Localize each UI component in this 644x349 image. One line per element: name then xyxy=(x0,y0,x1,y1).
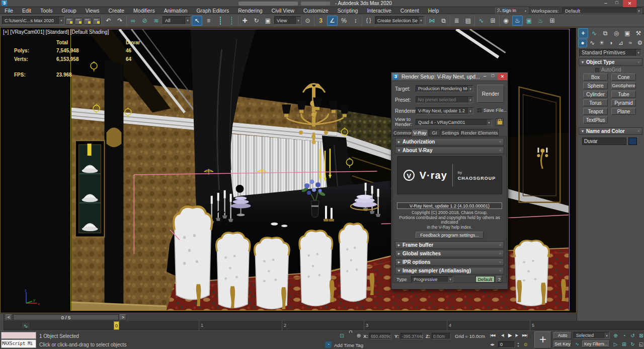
tab-common[interactable]: Common xyxy=(393,129,411,136)
dialog-minimize-button[interactable]: – xyxy=(481,73,489,80)
selection-filter-dropdown[interactable]: All ▾ xyxy=(163,16,191,25)
selection-region-icon[interactable] xyxy=(215,16,225,26)
save-scene-icon[interactable] xyxy=(84,18,92,25)
set-key-button[interactable]: Set Key xyxy=(553,340,572,347)
category-shapes-icon[interactable]: ∿ xyxy=(588,39,597,47)
redo-icon[interactable]: ↷ xyxy=(115,16,125,26)
select-rotate-icon[interactable]: ↻ xyxy=(251,16,262,26)
z-coordinate-field[interactable]: 0.0cm xyxy=(432,333,451,339)
viewport-menu-general[interactable]: [+] xyxy=(3,29,9,35)
menu-create[interactable]: Create xyxy=(104,7,129,14)
next-frame-icon[interactable]: |▶ xyxy=(515,333,518,337)
auto-key-button[interactable]: Auto Key xyxy=(553,332,572,339)
create-tube-button[interactable]: Tube xyxy=(611,91,636,98)
select-scale-icon[interactable]: ▣ xyxy=(263,16,273,26)
ipr-options-rollout[interactable]: ▸ IPR options ≡ xyxy=(395,258,504,266)
create-pyramid-button[interactable]: Pyramid xyxy=(611,99,636,106)
save-file-checkbox[interactable] xyxy=(477,108,481,112)
sampler-type-dropdown[interactable]: Progressive ▾ xyxy=(411,276,453,283)
about-vray-rollout[interactable]: ▾ About V-Ray ≡ xyxy=(395,147,504,154)
selection-lock-icon[interactable] xyxy=(348,332,355,339)
mirror-icon[interactable]: ⋈ xyxy=(427,16,437,26)
maxscript-mini-listener[interactable]: MAXScript Mi xyxy=(1,339,36,348)
maximize-viewport-icon[interactable]: ◱ xyxy=(637,341,644,348)
named-selection-sets-icon[interactable]: { } xyxy=(363,16,374,26)
image-sampler-rollout[interactable]: ▾ Image sampler (Antialiasing) ≡ xyxy=(395,267,504,274)
select-by-name-icon[interactable]: ≡ xyxy=(203,16,214,26)
time-slider-prev-button[interactable]: < xyxy=(6,314,12,320)
project-folder-dropdown[interactable]: C:\Users\C...s Max 2020 ▾ xyxy=(2,16,64,25)
target-dropdown[interactable]: Production Rendering Mode ▾ xyxy=(416,85,473,92)
close-button[interactable]: ✕ xyxy=(623,0,636,7)
viewport-lock-icon[interactable] xyxy=(496,118,504,126)
name-color-rollout[interactable]: ▾ Name and Color ≡ xyxy=(579,127,642,135)
maxscript-mini-listener-pink[interactable] xyxy=(1,332,36,339)
menu-rendering[interactable]: Rendering xyxy=(233,7,267,14)
menu-file[interactable]: File xyxy=(0,7,18,14)
frame-spinner[interactable]: ▲▼ xyxy=(516,341,520,348)
save-file-browse[interactable]: ... xyxy=(503,107,507,113)
select-object-icon[interactable]: ↖ xyxy=(192,16,202,26)
scene-chair[interactable] xyxy=(299,231,332,306)
scene-script-icon[interactable] xyxy=(93,18,101,25)
absolute-mode-icon[interactable]: ⊕ xyxy=(355,332,362,339)
timeline-playhead[interactable]: 0 xyxy=(114,321,119,330)
category-spacewarps-icon[interactable]: ≈ xyxy=(626,39,635,47)
create-teapot-button[interactable]: Teapot xyxy=(583,108,608,115)
view-to-render-dropdown[interactable]: Quad 4 - VRayCam001 ▾ xyxy=(416,119,492,126)
tab-render-elements[interactable]: Render Elements xyxy=(460,129,499,136)
menu-help[interactable]: Help xyxy=(424,7,444,14)
create-sphere-button[interactable]: Sphere xyxy=(583,82,608,89)
menu-customize[interactable]: Customize xyxy=(299,7,333,14)
frame-nudge-icon[interactable]: ◀▶ xyxy=(490,342,495,346)
tab-gi[interactable]: GI xyxy=(429,129,440,136)
zoom-icon[interactable]: ⊕ xyxy=(612,332,619,339)
named-selection-dropdown[interactable]: Create Selection Se ▾ xyxy=(375,16,424,25)
previous-frame-icon[interactable]: ◀| xyxy=(501,333,504,337)
tab-settings[interactable]: Settings xyxy=(441,129,460,136)
sign-in-button[interactable]: Sign In ▾ xyxy=(495,8,528,14)
preset-dropdown[interactable]: No preset selected ▾ xyxy=(416,96,473,103)
menu-content[interactable]: Content xyxy=(396,7,424,14)
tab-modify-icon[interactable]: ∿ xyxy=(589,28,599,38)
reference-coordsys-dropdown[interactable]: View ▾ xyxy=(274,16,301,25)
field-of-view-icon[interactable]: ◔ xyxy=(620,332,628,339)
render-production-icon[interactable]: ♨ xyxy=(535,16,546,26)
open-in-grid-icon[interactable]: ⊞ xyxy=(547,16,557,26)
viewport-menu-perview[interactable]: [Standard] xyxy=(46,29,69,35)
new-scene-icon[interactable] xyxy=(74,18,83,25)
category-geometry-icon[interactable]: ● xyxy=(578,39,587,47)
object-type-rollout[interactable]: ▾ Object Type ≡ xyxy=(579,58,642,66)
category-helpers-icon[interactable]: ⊿ xyxy=(616,39,625,47)
tab-vray[interactable]: V-Ray xyxy=(412,129,428,136)
dialog-close-button[interactable]: ✕ xyxy=(498,73,507,80)
mini-curve-editor-icon[interactable]: ∿ xyxy=(21,322,30,329)
curve-editor-icon[interactable]: ∿ xyxy=(476,16,487,26)
menu-edit[interactable]: Edit xyxy=(18,7,36,14)
menu-views[interactable]: Views xyxy=(81,7,104,14)
track-bar[interactable]: ∿ 0 1 2 3 4 5 xyxy=(0,321,644,330)
key-filters-button[interactable]: Key Filters... xyxy=(582,340,610,347)
render-setup-icon[interactable]: ♨ xyxy=(512,16,523,26)
truck-camera-icon[interactable]: ▷ xyxy=(612,341,619,348)
undo-icon[interactable]: ↶ xyxy=(103,16,114,26)
minimize-button[interactable]: – xyxy=(601,0,611,7)
use-pivot-center-icon[interactable]: ⊙ xyxy=(302,16,313,26)
menu-modifiers[interactable]: Modifiers xyxy=(129,7,159,14)
ribbon-toggle-icon[interactable]: ▤ xyxy=(463,16,473,26)
renderer-dropdown[interactable]: V-Ray Next, update 1.2 ▾ xyxy=(416,107,473,114)
object-name-input[interactable] xyxy=(582,137,626,145)
zoom-region-icon[interactable]: ⊠ xyxy=(637,332,644,339)
menu-interactive[interactable]: Interactive xyxy=(362,7,395,14)
percent-snap-icon[interactable]: % xyxy=(339,16,349,26)
sampler-help-button[interactable]: ? xyxy=(496,276,502,283)
go-to-start-icon[interactable]: |◀◀ xyxy=(490,333,495,337)
viewport-menu-shading[interactable]: [Default Shading] xyxy=(70,29,109,35)
add-time-tag[interactable]: Add Time Tag xyxy=(334,342,363,348)
dialog-title-bar[interactable]: 3 Render Setup: V-Ray Next, upd... – □ ✕ xyxy=(391,73,508,81)
authorization-rollout[interactable]: ▸ Authorization ≡ xyxy=(395,138,504,146)
menu-tools[interactable]: Tools xyxy=(36,7,57,14)
material-editor-icon[interactable]: ◉ xyxy=(501,16,511,26)
menu-graph-editors[interactable]: Graph Editors xyxy=(192,7,233,14)
viewport-menu-pov[interactable]: [VRayCam001] xyxy=(10,29,44,35)
